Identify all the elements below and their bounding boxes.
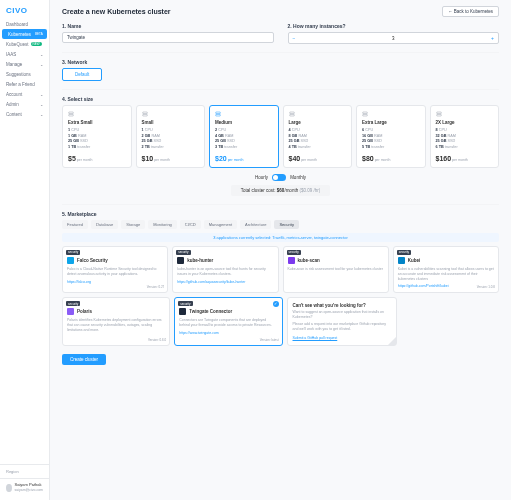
region-label: Region bbox=[0, 464, 49, 478]
tab-featured[interactable]: Featured bbox=[62, 220, 88, 229]
billing-monthly: Monthly bbox=[290, 175, 306, 180]
svg-rect-11 bbox=[436, 115, 441, 117]
size-label: 4. Select size bbox=[62, 96, 499, 102]
check-icon: ✓ bbox=[273, 301, 279, 307]
logo: CIVO bbox=[0, 4, 49, 19]
instances-label: 2. How many instances? bbox=[288, 23, 500, 29]
app-icon bbox=[177, 257, 184, 264]
tab-database[interactable]: Database bbox=[91, 220, 118, 229]
back-button[interactable]: ← Back to Kubernetes bbox=[442, 6, 499, 17]
app-kube-hunter[interactable]: security kube-hunter kube-hunter is an o… bbox=[172, 246, 278, 294]
svg-rect-5 bbox=[216, 115, 221, 117]
svg-rect-4 bbox=[216, 112, 221, 114]
svg-rect-2 bbox=[142, 112, 147, 114]
size-large[interactable]: Large 4 CPU 8 GB RAM 25 GB SSD 4 TB tran… bbox=[283, 105, 353, 168]
tab-storage[interactable]: Storage bbox=[121, 220, 145, 229]
app-kubei[interactable]: security Kubei Kubei is a vulnerabilitie… bbox=[393, 246, 499, 294]
tab-architecture[interactable]: Architecture bbox=[240, 220, 271, 229]
main-content: Create a new Kubernetes cluster ← Back t… bbox=[50, 0, 511, 500]
nav-kubequest[interactable]: KubeQuest NEW bbox=[0, 39, 49, 49]
user-email: saiyam@civo.com bbox=[15, 488, 43, 492]
app-twingate-connector[interactable]: security ✓ Twingate Connector Connectors… bbox=[174, 297, 282, 346]
nav-iaas[interactable]: IAAS⌄ bbox=[0, 49, 49, 59]
sidebar: CIVO Dashboard Kubernetes BETA KubeQuest… bbox=[0, 0, 50, 500]
size-2x-large[interactable]: 2X Large 8 CPU 32 GB RAM 25 GB SSD 6 TB … bbox=[430, 105, 500, 168]
dec-button[interactable]: − bbox=[293, 35, 296, 41]
tab-monitoring[interactable]: Monitoring bbox=[148, 220, 177, 229]
app-icon bbox=[398, 257, 405, 264]
size-extra-large[interactable]: Extra Large 6 CPU 16 GB RAM 25 GB SSD 5 … bbox=[356, 105, 426, 168]
user-block[interactable]: Saiyam Pathak saiyam@civo.com bbox=[0, 478, 49, 496]
network-label: 3. Network bbox=[62, 59, 499, 65]
inc-button[interactable]: + bbox=[491, 35, 494, 41]
page-title: Create a new Kubernetes cluster bbox=[62, 8, 171, 15]
nav-manage[interactable]: Manage⌄ bbox=[0, 59, 49, 69]
github-link[interactable]: Submit a GitHub pull request bbox=[293, 336, 338, 340]
svg-rect-8 bbox=[363, 112, 368, 114]
tab-security[interactable]: Security bbox=[274, 220, 298, 229]
network-default-button[interactable]: Default bbox=[62, 68, 102, 81]
svg-rect-10 bbox=[436, 112, 441, 114]
app-icon bbox=[288, 257, 295, 264]
billing-hourly: Hourly bbox=[255, 175, 268, 180]
size-medium[interactable]: Medium 2 CPU 4 GB RAM 25 GB SSD 3 TB tra… bbox=[209, 105, 279, 168]
app-polaris[interactable]: security Polaris Polaris identifies Kube… bbox=[62, 297, 170, 346]
server-icon bbox=[362, 111, 368, 117]
billing-toggle[interactable] bbox=[272, 174, 286, 181]
svg-rect-7 bbox=[289, 115, 294, 117]
svg-rect-9 bbox=[363, 115, 368, 117]
size-small[interactable]: Small 1 CPU 2 GB RAM 25 GB SSD 2 TB tran… bbox=[136, 105, 206, 168]
info-card: Can't see what you're looking for?Want t… bbox=[287, 297, 397, 346]
nav-account[interactable]: Account⌄ bbox=[0, 89, 49, 99]
marketplace-label: 5. Marketplace bbox=[62, 211, 499, 217]
tab-management[interactable]: Management bbox=[204, 220, 237, 229]
create-cluster-button[interactable]: Create cluster bbox=[62, 354, 106, 365]
size-extra-small[interactable]: Extra Small 1 CPU 1 GB RAM 25 GB SSD 1 T… bbox=[62, 105, 132, 168]
nav-kubernetes[interactable]: Kubernetes BETA bbox=[2, 29, 47, 39]
total-cost: Total cluster cost: $60/month ($0.09 /hr… bbox=[231, 185, 330, 196]
svg-rect-1 bbox=[69, 115, 74, 117]
tab-ci/cd[interactable]: CI/CD bbox=[180, 220, 201, 229]
app-falco-security[interactable]: security Falco Security Falco is a Cloud… bbox=[62, 246, 168, 294]
app-icon bbox=[67, 257, 74, 264]
server-icon bbox=[436, 111, 442, 117]
svg-rect-3 bbox=[142, 115, 147, 117]
nav-content[interactable]: Content⌄ bbox=[0, 109, 49, 119]
app-icon bbox=[179, 308, 186, 315]
app-icon bbox=[67, 308, 74, 315]
nav-admin[interactable]: Admin⌄ bbox=[0, 99, 49, 109]
server-icon bbox=[142, 111, 148, 117]
name-input[interactable] bbox=[62, 32, 274, 43]
svg-rect-6 bbox=[289, 112, 294, 114]
svg-rect-0 bbox=[69, 112, 74, 114]
nav-dashboard[interactable]: Dashboard bbox=[0, 19, 49, 29]
instances-value: 3 bbox=[301, 36, 485, 41]
instances-stepper[interactable]: − 3 + bbox=[288, 32, 500, 44]
server-icon bbox=[68, 111, 74, 117]
name-label: 1. Name bbox=[62, 23, 274, 29]
nav-refer[interactable]: Refer a Friend bbox=[0, 79, 49, 89]
nav-suggestions[interactable]: Suggestions bbox=[0, 69, 49, 79]
avatar bbox=[6, 484, 12, 492]
app-kube-scan[interactable]: security kube-scan Kube-scan is risk ass… bbox=[283, 246, 389, 294]
selection-banner: 3 applications currently selected: Traef… bbox=[62, 233, 499, 242]
server-icon bbox=[215, 111, 221, 117]
server-icon bbox=[289, 111, 295, 117]
